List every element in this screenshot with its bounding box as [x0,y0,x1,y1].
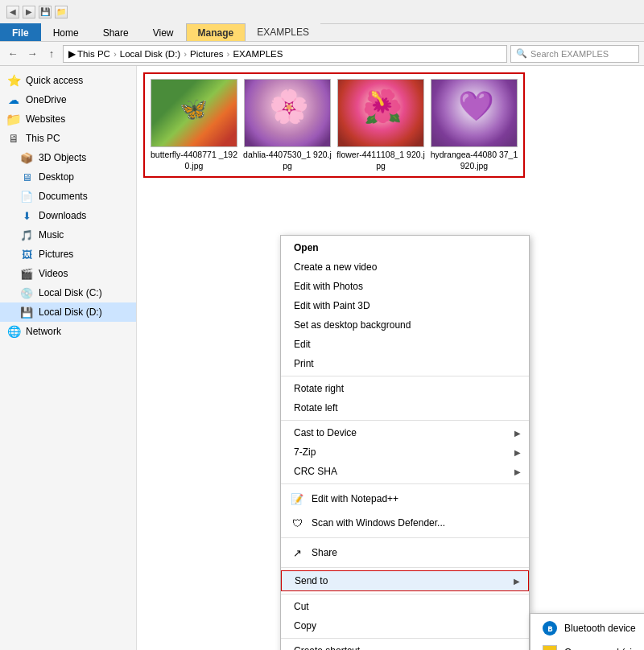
ctx-open-label: Open [294,242,319,253]
folder-icon[interactable]: 📁 [55,6,68,19]
sidebar-item-onedrive[interactable]: ☁ OneDrive [0,90,136,109]
file-item-hydrangea[interactable]: hydrangea-44080 37_1920.jpg [430,79,518,171]
ctx-defender-label: Scan with Windows Defender... [312,517,445,529]
tab-home[interactable]: Home [41,23,91,41]
file-name-dahlia: dahlia-4407530_1 920.jpg [243,150,332,171]
search-box[interactable]: 🔍 Search EXAMPLES [510,45,639,63]
file-thumbnail-dahlia [244,79,331,147]
folder-icon: 📁 [6,112,21,126]
sidebar-label-videos: Videos [39,268,68,279]
ctx-createshortcut-label: Create shortcut [294,645,360,650]
file-item-dahlia[interactable]: dahlia-4407530_1 920.jpg [243,79,332,171]
download-icon: ⬇ [19,208,34,223]
ctx-share[interactable]: ↗ Share [281,541,529,565]
save-icon[interactable]: 💾 [39,6,52,19]
back-button[interactable]: ← [5,46,21,62]
ctx-7zip[interactable]: 7-Zip ▶ [281,442,529,462]
sidebar-label-thispc: This PC [26,133,60,144]
path-segment-pictures: Pictures [190,49,224,59]
context-menu: Open Create a new video Edit with Photos… [280,235,530,650]
ctx-edit-photos-label: Edit with Photos [294,281,363,292]
sidebar-item-quickaccess[interactable]: ⭐ Quick access [0,71,136,90]
ctx-edit[interactable]: Edit [281,335,529,354]
notepadpp-icon: 📝 [289,491,305,507]
sidebar-item-diskd[interactable]: 💾 Local Disk (D:) [0,302,136,322]
sidebar-label-music: Music [39,229,64,241]
file-name-hydrangea: hydrangea-44080 37_1920.jpg [430,150,518,171]
content-area: butterfly-4408771 _1920.jpg dahlia-44075… [137,66,644,650]
ctx-cast-label: Cast to Device [294,427,357,438]
file-item-flower[interactable]: flower-4411108_1 920.jpg [336,79,425,171]
ctx-notepadpp-label: Edit with Notepad++ [312,493,398,504]
sidebar-item-diskc[interactable]: 💿 Local Disk (C:) [0,283,136,302]
monitor-icon: 🖥 [6,131,21,146]
ctx-print[interactable]: Print [281,354,529,373]
title-bar-icons: ◀ ▶ 💾 📁 [6,6,68,19]
ctx-7zip-label: 7-Zip [294,446,316,458]
ctx-crcsha-arrow: ▶ [514,467,521,476]
sidebar-item-desktop[interactable]: 🖥 Desktop [0,167,136,187]
ctx-edit-label: Edit [294,339,311,350]
sidebar-label-desktop: Desktop [39,171,74,183]
ctx-cast[interactable]: Cast to Device ▶ [281,423,529,442]
ctx-edit-paint3d[interactable]: Edit with Paint 3D [281,296,529,315]
sidebar-label-documents: Documents [39,191,88,202]
videos-icon: 🎬 [19,266,34,281]
tab-file[interactable]: File [0,23,41,41]
ctx-open[interactable]: Open [281,238,529,257]
title-bar: ◀ ▶ 💾 📁 [0,0,644,24]
sidebar-item-thispc[interactable]: 🖥 This PC [0,129,136,148]
music-icon: 🎵 [19,228,34,242]
ctx-separator-1 [281,376,529,376]
ctx-create-video[interactable]: Create a new video [281,257,529,277]
ctx-rotate-left-label: Rotate left [294,402,338,413]
ctx-sendto[interactable]: Send to ▶ [281,570,529,591]
sidebar-item-downloads[interactable]: ⬇ Downloads [0,206,136,225]
forward-icon[interactable]: ▶ [23,6,35,19]
ctx-set-desktop[interactable]: Set as desktop background [281,315,529,335]
ctx-set-desktop-label: Set as desktop background [294,319,411,331]
ctx-notepadpp[interactable]: 📝 Edit with Notepad++ [281,487,529,511]
submenu-zippedfolder[interactable]: ZIP Compressed (zipped) folder [530,640,644,650]
sidebar-item-documents[interactable]: 📄 Documents [0,187,136,206]
submenu-bluetooth[interactable]: ʙ Bluetooth device [530,616,644,640]
ctx-edit-paint3d-label: Edit with Paint 3D [294,300,370,311]
up-button[interactable]: ↑ [43,46,60,62]
tab-manage[interactable]: Manage [186,23,246,41]
sidebar-item-pictures[interactable]: 🖼 Pictures [0,245,136,264]
file-item-butterfly[interactable]: butterfly-4408771 _1920.jpg [150,79,238,171]
ctx-separator-3 [281,483,529,484]
sidebar-item-videos[interactable]: 🎬 Videos [0,264,136,283]
ctx-7zip-arrow: ▶ [514,448,521,457]
zip-icon: ZIP [542,644,558,650]
main-layout: ⭐ Quick access ☁ OneDrive 📁 Websites 🖥 T… [0,66,644,650]
address-path[interactable]: ▶ This PC › Local Disk (D:) › Pictures ›… [63,45,507,63]
path-arrow: ▶ [68,48,76,60]
sidebar-item-websites[interactable]: 📁 Websites [0,109,136,129]
ctx-crcsha[interactable]: CRC SHA ▶ [281,462,529,481]
submenu-zippedfolder-label: Compressed (zipped) folder [564,647,644,650]
ctx-crcsha-label: CRC SHA [294,466,337,477]
sidebar-item-3dobjects[interactable]: 📦 3D Objects [0,148,136,167]
tab-view[interactable]: View [141,23,186,41]
ctx-edit-photos[interactable]: Edit with Photos [281,277,529,296]
bluetooth-icon: ʙ [542,620,558,636]
ctx-copy[interactable]: Copy [281,616,529,636]
ctx-rotate-right[interactable]: Rotate right [281,379,529,398]
back-icon[interactable]: ◀ [6,6,19,19]
tab-share[interactable]: Share [91,23,141,41]
ctx-defender[interactable]: 🛡 Scan with Windows Defender... [281,511,529,535]
disk-d-icon: 💾 [19,305,34,319]
file-thumbnail-flower [337,79,424,147]
ctx-cut[interactable]: Cut [281,597,529,616]
ctx-rotate-right-label: Rotate right [294,383,344,394]
sidebar-item-network[interactable]: 🌐 Network [0,322,136,341]
ctx-share-label: Share [312,547,337,558]
ribbon-tabs: File Home Share View Manage EXAMPLES [0,24,644,42]
sidebar-item-music[interactable]: 🎵 Music [0,225,136,245]
ctx-createshortcut[interactable]: Create shortcut [281,641,529,650]
ctx-rotate-left[interactable]: Rotate left [281,398,529,418]
ctx-separator-7 [281,638,529,639]
forward-button[interactable]: → [24,46,40,62]
sidebar-label-network: Network [26,326,61,337]
